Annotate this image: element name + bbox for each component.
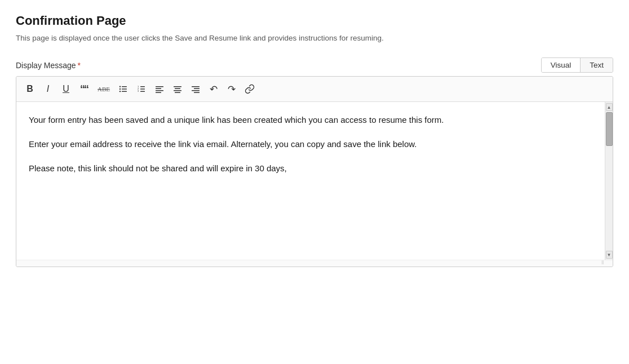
text-tab[interactable]: Text — [581, 58, 613, 72]
editor-paragraph-2: Enter your email address to receive the … — [29, 137, 592, 152]
editor-paragraph-3: Please note, this link should not be sha… — [29, 162, 592, 176]
scrollbar-thumb[interactable] — [606, 112, 613, 146]
svg-rect-12 — [156, 86, 163, 87]
strikethrough-button[interactable]: ABE — [94, 81, 113, 97]
svg-rect-13 — [156, 88, 161, 90]
align-left-button[interactable] — [152, 81, 167, 97]
scroll-down-arrow[interactable]: ▼ — [606, 251, 613, 259]
editor-paragraph-1: Your form entry has been saved and a uni… — [29, 113, 592, 127]
svg-rect-14 — [156, 90, 163, 91]
view-toggle: Visual Text — [541, 57, 613, 73]
align-center-button[interactable] — [170, 81, 185, 97]
required-marker: * — [78, 61, 81, 70]
page-title: Confirmation Page — [16, 14, 613, 28]
svg-rect-21 — [194, 88, 200, 90]
editor-footer: ⦀ — [16, 260, 613, 267]
svg-rect-6 — [140, 86, 145, 87]
resize-handle[interactable]: ⦀ — [601, 260, 604, 265]
ordered-list-button[interactable]: 1 2 3 — [134, 81, 149, 97]
svg-point-4 — [119, 88, 121, 90]
svg-rect-8 — [140, 91, 145, 92]
svg-rect-20 — [192, 86, 200, 87]
svg-point-3 — [119, 86, 121, 87]
svg-rect-19 — [175, 92, 180, 94]
svg-rect-0 — [122, 86, 127, 87]
unordered-list-button[interactable] — [116, 81, 131, 97]
svg-text:3: 3 — [138, 90, 139, 93]
display-message-label: Display Message * — [16, 57, 81, 70]
svg-rect-15 — [156, 92, 161, 94]
svg-rect-16 — [174, 86, 181, 87]
italic-button[interactable]: I — [40, 81, 56, 97]
redo-button[interactable]: ↷ — [224, 81, 240, 97]
scroll-up-arrow[interactable]: ▲ — [606, 103, 613, 111]
editor-content-area: Your form entry has been saved and a uni… — [16, 102, 613, 260]
editor-content[interactable]: Your form entry has been saved and a uni… — [16, 102, 605, 260]
svg-rect-22 — [192, 90, 200, 91]
scrollbar-track: ▲ ▼ — [605, 102, 613, 260]
align-right-button[interactable] — [188, 81, 203, 97]
svg-rect-7 — [140, 88, 145, 90]
svg-rect-23 — [194, 92, 200, 94]
editor-toolbar: B I U ““ ABE 1 — [16, 77, 613, 102]
svg-rect-2 — [122, 91, 127, 92]
label-text: Display Message — [16, 61, 76, 70]
link-button[interactable] — [242, 81, 258, 97]
svg-rect-18 — [174, 90, 181, 91]
visual-tab[interactable]: Visual — [542, 58, 581, 72]
blockquote-button[interactable]: ““ — [76, 81, 92, 97]
svg-rect-17 — [175, 88, 180, 90]
underline-button[interactable]: U — [58, 81, 74, 97]
svg-point-5 — [119, 91, 121, 92]
page-description: This page is displayed once the user cli… — [16, 33, 523, 44]
svg-rect-1 — [122, 88, 127, 90]
undo-button[interactable]: ↶ — [206, 81, 222, 97]
bold-button[interactable]: B — [22, 81, 38, 97]
rich-text-editor: B I U ““ ABE 1 — [16, 76, 613, 267]
display-message-field-row: Display Message * Visual Text — [16, 57, 613, 73]
